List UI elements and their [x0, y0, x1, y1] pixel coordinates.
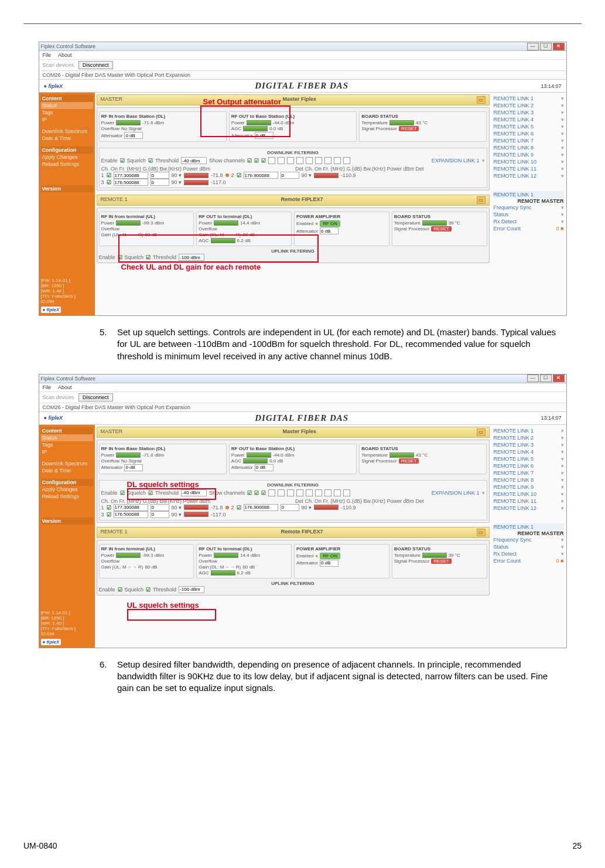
remote-link[interactable]: REMOTE LINK 2▾ [494, 434, 564, 441]
sidebar-date[interactable]: Date & Time [41, 135, 93, 142]
sidebar-reload[interactable]: Reload Settings [41, 161, 93, 168]
expansion-link[interactable]: EXPANSION LINK 1 [432, 490, 480, 496]
step6: 6. Setup desired filter bandwidth, depen… [100, 659, 558, 695]
remote-link[interactable]: REMOTE LINK 7▾ [494, 137, 564, 144]
disconnect-button[interactable]: Disconnect [78, 393, 113, 401]
reset-button-remote[interactable]: RESET [431, 226, 452, 232]
app-window-1: Fiplex Control Software — ☐ ✕ File About… [39, 42, 567, 316]
app-header: ● fipleX DIGITAL FIBER DAS 13:14:07 [39, 412, 566, 425]
remote-link[interactable]: REMOTE LINK 4▾ [494, 116, 564, 123]
remote-link[interactable]: REMOTE LINK 10▾ [494, 158, 564, 165]
page-footer: UM-0840 25 [23, 841, 582, 850]
sidebar-ip[interactable]: IP [41, 116, 93, 123]
remote-link[interactable]: REMOTE LINK 9▾ [494, 151, 564, 158]
reset-button[interactable]: RESET [399, 458, 419, 464]
annot-box-ul-squelch [127, 609, 216, 621]
ver-line2: [BR: 1290 ] [41, 283, 93, 288]
remote-link[interactable]: REMOTE LINK 10▾ [494, 491, 564, 498]
minimize-button[interactable]: — [527, 375, 539, 382]
board-status-panel: BOARD STATUS Temperature43 °C Signal Pro… [359, 111, 487, 142]
sidebar-status[interactable]: Status [41, 434, 93, 441]
collapse-icon[interactable]: ▭ [477, 96, 486, 104]
collapse-icon[interactable]: ▭ [477, 529, 486, 536]
step5-text: Set up squelch settings. Controls are in… [117, 326, 558, 362]
menu-about[interactable]: About [58, 384, 72, 390]
sidebar-status[interactable]: Status [41, 102, 93, 109]
minimize-button[interactable]: — [527, 43, 539, 50]
remote-link[interactable]: REMOTE LINK 3▾ [494, 441, 564, 448]
att-dl-input[interactable] [124, 132, 143, 139]
remote-link[interactable]: REMOTE LINK 6▾ [494, 130, 564, 137]
maximize-button[interactable]: ☐ [540, 43, 552, 50]
sidebar-config[interactable]: Configuration [41, 147, 93, 154]
sidebar-content[interactable]: Content [41, 95, 93, 102]
sidebar-tags[interactable]: Tags [41, 441, 93, 448]
remote-link[interactable]: REMOTE LINK 11▾ [494, 498, 564, 505]
dl-filtering-title: DOWNLINK FILTERING [101, 150, 485, 155]
ver-line5: ID:094 [41, 299, 93, 304]
remote-link[interactable]: REMOTE LINK 3▾ [494, 109, 564, 116]
ver-line4: [TFr: Fullx/Serb ] [41, 294, 93, 299]
menu-file[interactable]: File [43, 52, 52, 58]
annot-set-output: Set Output attenuator [203, 97, 282, 106]
fiplex-logo: ● fipleX [44, 415, 63, 421]
remote-link-selected[interactable]: REMOTE LINK 1 [494, 191, 564, 198]
remote-link-selected[interactable]: REMOTE LINK 1 [494, 523, 564, 530]
rf-on-toggle[interactable]: RF ON [320, 553, 340, 559]
reset-button[interactable]: RESET [399, 126, 419, 131]
fiplex-logo-small: ● fipleX [41, 639, 61, 645]
toolbar: Scan devices Disconnect [39, 60, 566, 71]
sidebar: Content Status Tags IP Downlink Spectrum… [39, 93, 95, 315]
toolbar: Scan devices Disconnect [39, 392, 566, 403]
reset-button-remote[interactable]: RESET [431, 559, 452, 564]
sidebar-apply[interactable]: Apply Changes [41, 486, 93, 493]
menu-file[interactable]: File [43, 384, 52, 390]
section-remote: REMOTE 1 Remote FIPLEX7 ▭ [97, 527, 490, 538]
sidebar-date[interactable]: Date & Time [41, 467, 93, 474]
rf-on-toggle[interactable]: RF ON [320, 220, 340, 227]
dl-threshold-input[interactable] [181, 157, 207, 164]
sidebar-spectrum[interactable]: Downlink Spectrum [41, 460, 93, 467]
remote-link[interactable]: REMOTE LINK 5▾ [494, 455, 564, 462]
remote-link[interactable]: REMOTE LINK 12▾ [494, 172, 564, 179]
remote-link[interactable]: REMOTE LINK 9▾ [494, 484, 564, 491]
sidebar-ip[interactable]: IP [41, 448, 93, 455]
collapse-icon[interactable]: ▭ [477, 428, 486, 436]
collapse-icon[interactable]: ▭ [477, 196, 486, 204]
menu-about[interactable]: About [58, 52, 72, 58]
sidebar-reload[interactable]: Reload Settings [41, 493, 93, 500]
sidebar-version: Version [41, 518, 93, 525]
master-name: Master Fiplex [122, 96, 476, 104]
remote-link[interactable]: REMOTE LINK 2▾ [494, 102, 564, 109]
remote-link[interactable]: REMOTE LINK 12▾ [494, 505, 564, 512]
remote-link[interactable]: REMOTE LINK 4▾ [494, 448, 564, 455]
sidebar-spectrum[interactable]: Downlink Spectrum [41, 128, 93, 135]
comport-bar: COM26 - Digital Fiber DAS Master With Op… [39, 71, 566, 80]
disconnect-button[interactable]: Disconnect [78, 61, 113, 69]
sidebar-config[interactable]: Configuration [41, 479, 93, 486]
remote-link[interactable]: REMOTE LINK 8▾ [494, 476, 564, 484]
sidebar-tags[interactable]: Tags [41, 109, 93, 116]
remote-link[interactable]: REMOTE LINK 7▾ [494, 469, 564, 476]
close-button[interactable]: ✕ [553, 43, 565, 50]
expansion-link[interactable]: EXPANSION LINK 1 [432, 158, 480, 164]
remote-link[interactable]: REMOTE LINK 1▾ [494, 427, 564, 434]
annot-box-output [200, 105, 290, 137]
ul-threshold-input[interactable] [179, 586, 204, 593]
remote-link[interactable]: REMOTE LINK 5▾ [494, 123, 564, 130]
menubar: File About [39, 383, 566, 392]
sidebar-content[interactable]: Content [41, 427, 93, 434]
master-label: MASTER [101, 96, 123, 104]
remote-link[interactable]: REMOTE LINK 6▾ [494, 462, 564, 469]
remote-link[interactable]: REMOTE LINK 1▾ [494, 95, 564, 102]
close-button[interactable]: ✕ [553, 375, 565, 382]
remote-link[interactable]: REMOTE LINK 8▾ [494, 144, 564, 151]
section-master: MASTER Master Fiplex ▭ [97, 94, 490, 105]
comport-bar: COM26 - Digital Fiber DAS Master With Op… [39, 403, 566, 412]
step5-num: 5. [100, 326, 117, 362]
app-window-2: Fiplex Control Software — ☐ ✕ File About… [39, 374, 567, 648]
remote-link[interactable]: REMOTE LINK 11▾ [494, 165, 564, 172]
maximize-button[interactable]: ☐ [540, 375, 552, 382]
sidebar-apply[interactable]: Apply Changes [41, 154, 93, 161]
clock: 13:14:07 [541, 83, 561, 89]
